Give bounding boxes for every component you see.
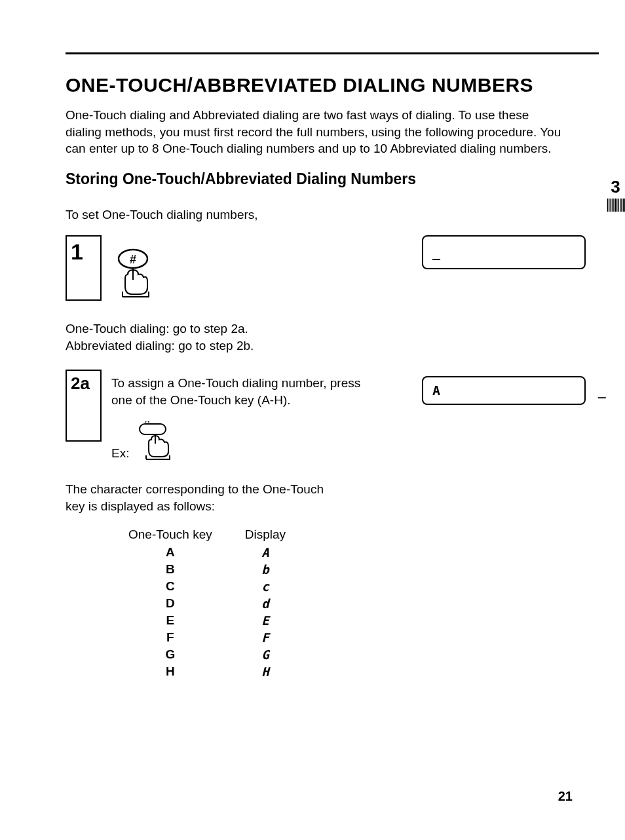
chapter-tab: 3 ||||||||||||	[606, 177, 625, 210]
table-row: FF	[113, 630, 301, 645]
step-1-number: 1	[71, 239, 83, 265]
step-2a-number: 2a	[71, 373, 90, 394]
table-row: GG	[113, 647, 301, 662]
page-title: ONE-TOUCH/ABBREVIATED DIALING NUMBERS	[66, 74, 586, 96]
table-row: HH	[113, 664, 301, 679]
intro-paragraph: One-Touch dialing and Abbreviated dialin…	[66, 107, 563, 157]
top-rule	[66, 52, 599, 54]
table-row: AA	[113, 544, 301, 560]
step-2a-row: 2a To assign a One-Touch dialing number,…	[66, 370, 586, 461]
table-row: Bb	[113, 562, 301, 577]
display-screen-2: A _	[422, 376, 586, 405]
step-1-box: 1	[66, 235, 102, 301]
table-head-display: Display	[229, 526, 301, 543]
display-screen-1: _	[422, 235, 586, 269]
step-1-row: 1 # _	[66, 235, 586, 307]
table-row: EE	[113, 613, 301, 628]
step-note: One-Touch dialing: go to step 2a. Abbrev…	[66, 320, 586, 354]
table-row: Dd	[113, 596, 301, 611]
step-2a-box: 2a	[66, 370, 102, 442]
instruction-text: To set One-Touch dialing numbers,	[66, 208, 586, 222]
step-note-a: One-Touch dialing: go to step 2a.	[66, 322, 248, 335]
example-label: Ex:	[111, 446, 129, 461]
table-row: Cc	[113, 579, 301, 594]
section-subtitle: Storing One-Touch/Abbreviated Dialing Nu…	[66, 170, 586, 188]
svg-rect-2	[140, 424, 166, 434]
svg-text:#: #	[130, 253, 136, 266]
table-head-key: One-Touch key	[113, 526, 228, 543]
page-number: 21	[558, 789, 573, 804]
step-2a-text: To assign a One-Touch dialing number, pr…	[111, 370, 373, 408]
chapter-bars-icon: ||||||||||||	[606, 197, 625, 210]
step-note-b: Abbreviated dialing: go to step 2b.	[66, 339, 254, 353]
example-row: Ex: A	[111, 421, 586, 463]
svg-text:A: A	[145, 421, 149, 424]
display-1-text: _	[432, 244, 440, 260]
chapter-number: 3	[606, 177, 625, 197]
hash-key-press-icon: #	[115, 247, 161, 302]
key-display-table: One-Touch key Display AA Bb Cc Dd EE FF …	[111, 525, 303, 681]
display-2-text: A _	[432, 383, 606, 398]
a-key-press-icon: A	[136, 421, 181, 463]
table-intro-text: The character corresponding to the One-T…	[66, 481, 328, 514]
table-header-row: One-Touch key Display	[113, 526, 301, 543]
